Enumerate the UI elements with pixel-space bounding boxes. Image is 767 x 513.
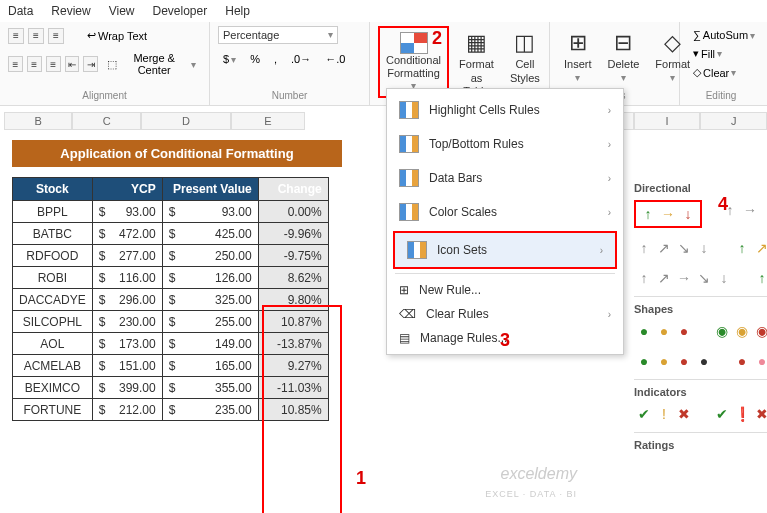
cell-change[interactable]: 9.80%	[258, 289, 328, 311]
menu-color-scales[interactable]: Color Scales›	[387, 195, 623, 229]
iconset-3-symbols[interactable]: ✔❗✖	[712, 404, 767, 424]
table-row[interactable]: FORTUNE $212.00 $235.00 10.85%	[13, 399, 329, 421]
cell-change[interactable]: 10.85%	[258, 399, 328, 421]
autosum-button[interactable]: ∑ AutoSum ▾	[688, 26, 760, 44]
cell-change[interactable]: -9.75%	[258, 245, 328, 267]
table-row[interactable]: BPPL $93.00 $93.00 0.00%	[13, 201, 329, 223]
menu-data[interactable]: Data	[8, 4, 33, 18]
align-center-icon[interactable]: ≡	[27, 56, 42, 72]
align-top-icon[interactable]: ≡	[8, 28, 24, 44]
cell-ycp[interactable]: $116.00	[92, 267, 162, 289]
cell-change[interactable]: 0.00%	[258, 201, 328, 223]
menu-help[interactable]: Help	[225, 4, 250, 18]
cell-pv[interactable]: $126.00	[162, 267, 258, 289]
cell-stock[interactable]: DACCADYE	[13, 289, 93, 311]
cell-stock[interactable]: BEXIMCO	[13, 377, 93, 399]
table-row[interactable]: DACCADYE $296.00 $325.00 9.80%	[13, 289, 329, 311]
cell-change[interactable]: -11.03%	[258, 377, 328, 399]
cell-change[interactable]: 10.87%	[258, 311, 328, 333]
cell-stock[interactable]: SILCOPHL	[13, 311, 93, 333]
table-row[interactable]: RDFOOD $277.00 $250.00 -9.75%	[13, 245, 329, 267]
delete-button[interactable]: ⊟Delete▾	[602, 26, 646, 88]
cell-stock[interactable]: BPPL	[13, 201, 93, 223]
iconset-3-traffic-rimmed[interactable]: ◉◉◉	[712, 321, 767, 341]
col-header-d[interactable]: D	[141, 112, 231, 130]
cell-ycp[interactable]: $277.00	[92, 245, 162, 267]
cell-change[interactable]: 9.27%	[258, 355, 328, 377]
menu-review[interactable]: Review	[51, 4, 90, 18]
cell-change[interactable]: -13.87%	[258, 333, 328, 355]
cell-change[interactable]: 8.62%	[258, 267, 328, 289]
menu-icon-sets[interactable]: Icon Sets›	[393, 231, 617, 269]
menu-data-bars[interactable]: Data Bars›	[387, 161, 623, 195]
align-bot-icon[interactable]: ≡	[48, 28, 64, 44]
iconset-5-arrows-colored[interactable]: ↑↗→↘↓	[752, 268, 767, 288]
cell-change[interactable]: -9.96%	[258, 223, 328, 245]
cell-stock[interactable]: RDFOOD	[13, 245, 93, 267]
indent-dec-icon[interactable]: ⇤	[65, 56, 80, 72]
align-right-icon[interactable]: ≡	[46, 56, 61, 72]
iconset-5-arrows-gray[interactable]: ↑↗→↘↓	[634, 268, 734, 288]
col-header-c[interactable]: C	[72, 112, 140, 130]
cell-pv[interactable]: $149.00	[162, 333, 258, 355]
number-format-select[interactable]: Percentage▾	[218, 26, 338, 44]
iconset-3-symbols-circled[interactable]: ✔!✖	[634, 404, 694, 424]
col-header-e[interactable]: E	[231, 112, 305, 130]
iconset-redtopink[interactable]: ●●●	[732, 351, 767, 371]
dec-decimal-button[interactable]: ←.0	[320, 50, 350, 68]
cell-ycp[interactable]: $399.00	[92, 377, 162, 399]
table-row[interactable]: ACMELAB $151.00 $165.00 9.27%	[13, 355, 329, 377]
menu-developer[interactable]: Developer	[153, 4, 208, 18]
merge-center-button[interactable]: ⬚Merge & Center ▾	[102, 49, 201, 79]
indent-inc-icon[interactable]: ⇥	[83, 56, 98, 72]
cell-ycp[interactable]: $212.00	[92, 399, 162, 421]
menu-new-rule[interactable]: ⊞New Rule...	[387, 278, 623, 302]
cell-pv[interactable]: $235.00	[162, 399, 258, 421]
cell-ycp[interactable]: $472.00	[92, 223, 162, 245]
iconset-3-traffic-lights[interactable]: ●●●	[634, 321, 694, 341]
iconset-4-arrows-gray[interactable]: ↑↗↘↓	[634, 238, 714, 258]
cell-pv[interactable]: $325.00	[162, 289, 258, 311]
menu-view[interactable]: View	[109, 4, 135, 18]
align-mid-icon[interactable]: ≡	[28, 28, 44, 44]
percent-button[interactable]: %	[245, 50, 265, 68]
table-row[interactable]: SILCOPHL $230.00 $255.00 10.87%	[13, 311, 329, 333]
menu-highlight-cells[interactable]: Highlight Cells Rules›	[387, 93, 623, 127]
cell-ycp[interactable]: $296.00	[92, 289, 162, 311]
align-left-icon[interactable]: ≡	[8, 56, 23, 72]
table-row[interactable]: BEXIMCO $399.00 $355.00 -11.03%	[13, 377, 329, 399]
fill-button[interactable]: ▾ Fill ▾	[688, 44, 727, 63]
col-header-j[interactable]: J	[700, 112, 767, 130]
cell-ycp[interactable]: $93.00	[92, 201, 162, 223]
cell-stock[interactable]: FORTUNE	[13, 399, 93, 421]
col-header-b[interactable]: B	[4, 112, 72, 130]
wrap-text-button[interactable]: ↩Wrap Text	[82, 26, 152, 45]
cell-stock[interactable]: ROBI	[13, 267, 93, 289]
cell-pv[interactable]: $255.00	[162, 311, 258, 333]
comma-button[interactable]: ,	[269, 50, 282, 68]
clear-button[interactable]: ◇ Clear ▾	[688, 63, 741, 82]
cell-pv[interactable]: $165.00	[162, 355, 258, 377]
col-header-i[interactable]: I	[634, 112, 701, 130]
cell-stock[interactable]: ACMELAB	[13, 355, 93, 377]
menu-clear-rules[interactable]: ⌫Clear Rules›	[387, 302, 623, 326]
currency-button[interactable]: $ ▾	[218, 50, 241, 68]
cell-ycp[interactable]: $173.00	[92, 333, 162, 355]
iconset-3-arrows-colored[interactable]: ↑→↓	[634, 200, 702, 228]
iconset-4-arrows-colored[interactable]: ↑↗↘↓	[732, 238, 767, 258]
cell-ycp[interactable]: $151.00	[92, 355, 162, 377]
cell-pv[interactable]: $425.00	[162, 223, 258, 245]
cell-stock[interactable]: BATBC	[13, 223, 93, 245]
cell-pv[interactable]: $355.00	[162, 377, 258, 399]
cell-ycp[interactable]: $230.00	[92, 311, 162, 333]
table-row[interactable]: ROBI $116.00 $126.00 8.62%	[13, 267, 329, 289]
table-row[interactable]: AOL $173.00 $149.00 -13.87%	[13, 333, 329, 355]
cell-pv[interactable]: $250.00	[162, 245, 258, 267]
menu-top-bottom[interactable]: Top/Bottom Rules›	[387, 127, 623, 161]
inc-decimal-button[interactable]: .0→	[286, 50, 316, 68]
cell-stock[interactable]: AOL	[13, 333, 93, 355]
table-row[interactable]: BATBC $472.00 $425.00 -9.96%	[13, 223, 329, 245]
insert-button[interactable]: ⊞Insert▾	[558, 26, 598, 88]
iconset-4-traffic[interactable]: ●●●●	[634, 351, 714, 371]
cell-pv[interactable]: $93.00	[162, 201, 258, 223]
